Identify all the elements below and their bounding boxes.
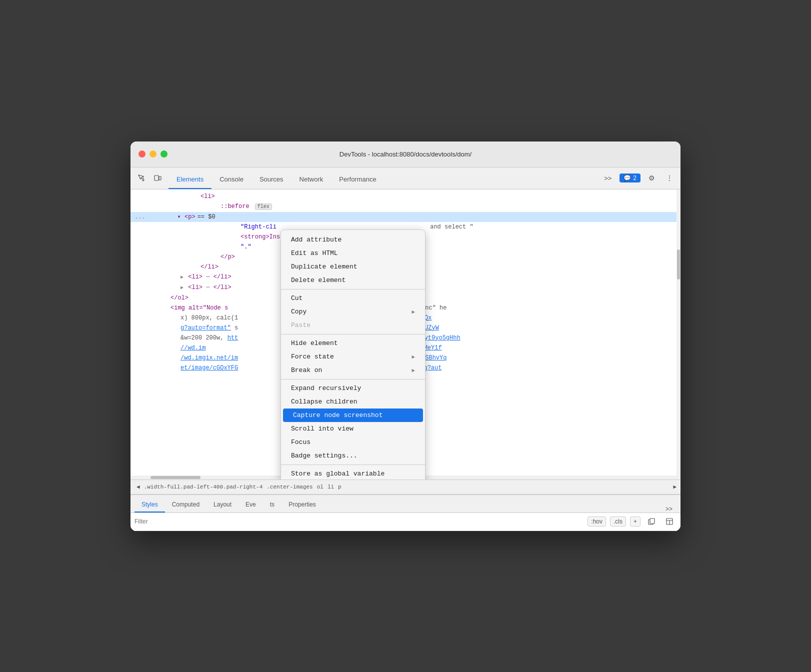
close-button[interactable]	[138, 150, 146, 158]
breadcrumb-right-arrow[interactable]: ▶	[673, 484, 676, 490]
breadcrumb-ol[interactable]: ol	[315, 483, 326, 491]
menu-capture-screenshot[interactable]: Capture node screenshot	[283, 408, 423, 422]
arrow-icon: ▶	[180, 285, 184, 290]
dom-line-selected[interactable]: ... ▾ <p> == $0	[130, 212, 680, 222]
tab-network[interactable]: Network	[292, 171, 332, 189]
breadcrumb-center-images[interactable]: .center-images	[264, 483, 314, 491]
img-link[interactable]: g?auto=format"	[180, 324, 231, 332]
img-attr: s	[234, 324, 238, 332]
menu-delete-element[interactable]: Delete element	[281, 274, 425, 287]
traffic-lights	[138, 150, 168, 158]
menu-separator	[281, 289, 425, 290]
menu-store-global[interactable]: Store as global variable	[281, 467, 425, 480]
img-link[interactable]: htt	[228, 334, 238, 342]
flex-badge: flex	[255, 204, 272, 210]
menu-add-attribute[interactable]: Add attribute	[281, 233, 425, 246]
menu-collapse-children[interactable]: Collapse children	[281, 395, 425, 408]
tab-extra-ts[interactable]: ts	[263, 498, 282, 512]
menu-separator	[281, 464, 425, 465]
tab-sources[interactable]: Sources	[252, 171, 292, 189]
settings-icon[interactable]: ⚙	[644, 171, 658, 185]
menu-cut[interactable]: Cut	[281, 292, 425, 305]
string-val: "Right-cli	[240, 224, 276, 230]
breadcrumb-p[interactable]: p	[336, 483, 344, 491]
maximize-button[interactable]	[160, 150, 168, 158]
tab-event-listeners[interactable]: Eve	[238, 498, 263, 512]
string-suffix: and select "	[430, 224, 473, 230]
img-attr: &w=200 200w,	[180, 334, 228, 342]
collapsed-dots: ⋯	[206, 274, 210, 280]
cls-button[interactable]: .cls	[610, 516, 626, 526]
tab-styles[interactable]: Styles	[134, 498, 165, 512]
copy-arrow-icon: ▶	[412, 308, 415, 315]
tab-computed[interactable]: Computed	[165, 498, 206, 512]
force-state-arrow-icon: ▶	[412, 354, 415, 360]
menu-focus[interactable]: Focus	[281, 436, 425, 449]
more-tabs-button[interactable]: >>	[600, 172, 616, 184]
tab-elements[interactable]: Elements	[168, 171, 212, 189]
menu-separator	[281, 334, 425, 334]
menu-scroll-into-view[interactable]: Scroll into view	[281, 422, 425, 436]
devtools-toolbar: Elements Console Sources Network Perform…	[130, 168, 680, 190]
hov-button[interactable]: :hov	[588, 516, 606, 526]
menu-expand-recursively[interactable]: Expand recursively	[281, 382, 425, 395]
pseudo-element: ::before	[220, 203, 250, 210]
strong-tag: <strong>Ins	[240, 234, 280, 240]
minimize-button[interactable]	[150, 150, 156, 158]
breadcrumb-li[interactable]: li	[326, 483, 336, 491]
titlebar: DevTools - localhost:8080/docs/devtools/…	[130, 142, 680, 168]
devtools-window: DevTools - localhost:8080/docs/devtools/…	[130, 142, 680, 531]
notification-icon: 💬	[624, 174, 631, 182]
dots: ...	[134, 212, 146, 222]
toolbar-tabs: Elements Console Sources Network Perform…	[168, 168, 384, 189]
h-scrollbar-thumb[interactable]	[150, 476, 200, 479]
break-on-arrow-icon: ▶	[412, 367, 415, 374]
more-options-icon[interactable]: ⋮	[662, 171, 676, 185]
layout-icon[interactable]	[662, 514, 676, 528]
filter-input[interactable]	[134, 518, 584, 525]
filter-actions: :hov .cls +	[588, 514, 676, 528]
svg-rect-1	[159, 176, 161, 180]
img-attr: x) 800px, calc(1	[180, 314, 238, 322]
dom-line[interactable]: ::before flex	[130, 202, 680, 212]
collapsed-dots: ⋯	[206, 284, 210, 291]
tag-text: <li>	[200, 193, 215, 200]
menu-force-state[interactable]: Force state ▶	[281, 350, 425, 364]
inspector-icon[interactable]	[134, 171, 148, 185]
close-li: </li>	[200, 264, 218, 270]
menu-badge-settings[interactable]: Badge settings...	[281, 449, 425, 462]
vertical-scrollbar[interactable]	[676, 190, 680, 480]
add-style-button[interactable]: +	[630, 516, 640, 526]
dot-string: "."	[240, 244, 252, 250]
li-close: </li>	[214, 284, 232, 291]
breadcrumb-back[interactable]: ◀	[134, 482, 142, 491]
device-icon[interactable]	[150, 171, 164, 185]
copy-styles-icon[interactable]	[644, 514, 658, 528]
menu-copy[interactable]: Copy ▶	[281, 305, 425, 318]
tab-layout[interactable]: Layout	[206, 498, 238, 512]
more-tabs-button[interactable]: >>	[662, 506, 676, 512]
img-tag: <img alt="Node s	[170, 304, 228, 312]
notification-badge[interactable]: 💬 2	[620, 174, 640, 182]
li-close: </li>	[214, 274, 232, 280]
breadcrumb-width-full[interactable]: .width-full.pad-left-400.pad-right-4	[142, 483, 265, 491]
img-link[interactable]: //wd.im	[180, 344, 206, 352]
bottom-tabs: Styles Computed Layout Eve ts Properties…	[130, 495, 680, 513]
filter-bar: :hov .cls +	[130, 513, 680, 531]
close-p: </p>	[220, 254, 235, 260]
tab-properties[interactable]: Properties	[282, 498, 323, 512]
dom-tree[interactable]: <li> ::before flex ... ▾ <p> == $0 "Righ…	[130, 190, 680, 480]
dom-line[interactable]: <li>	[130, 192, 680, 202]
img-link[interactable]: /wd.imgix.net/im	[180, 354, 238, 362]
tab-console[interactable]: Console	[212, 171, 252, 189]
toolbar-right: >> 💬 2 ⚙ ⋮	[600, 171, 676, 185]
menu-break-on[interactable]: Break on ▶	[281, 364, 425, 377]
menu-edit-html[interactable]: Edit as HTML	[281, 246, 425, 260]
menu-hide-element[interactable]: Hide element	[281, 336, 425, 350]
tab-performance[interactable]: Performance	[331, 171, 384, 189]
window-title: DevTools - localhost:8080/docs/devtools/…	[340, 150, 472, 158]
scrollbar-thumb[interactable]	[677, 250, 680, 280]
arrow-icon: ▶	[180, 274, 184, 280]
img-link[interactable]: et/image/cGQxYFG	[180, 364, 238, 372]
menu-duplicate-element[interactable]: Duplicate element	[281, 260, 425, 274]
